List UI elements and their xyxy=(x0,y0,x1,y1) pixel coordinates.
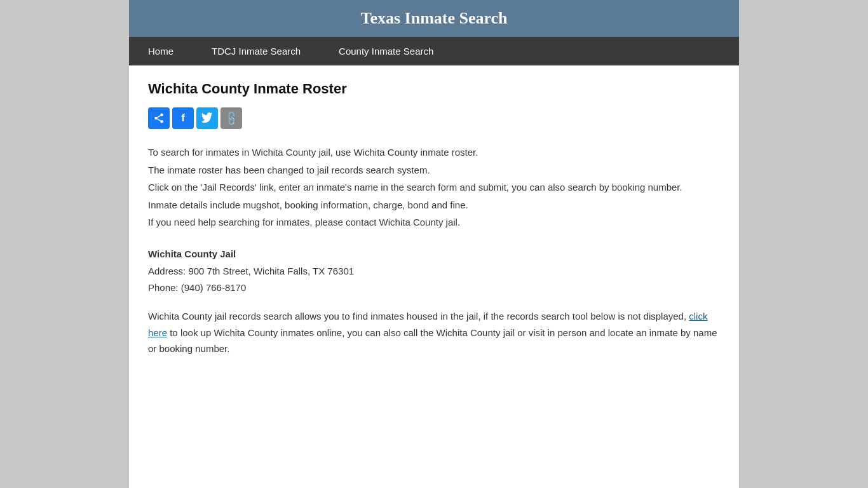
jail-name: Wichita County Jail xyxy=(148,246,720,262)
share-icon xyxy=(153,112,165,124)
jail-address: Address: 900 7th Street, Wichita Falls, … xyxy=(148,263,720,280)
address-value: 900 7th Street, Wichita Falls, TX 76301 xyxy=(188,266,354,276)
phone-value: (940) 766-8170 xyxy=(181,282,247,293)
copy-link-icon: 🔗 xyxy=(222,109,240,127)
twitter-icon xyxy=(201,112,213,124)
facebook-button[interactable]: f xyxy=(172,107,194,129)
svg-point-0 xyxy=(160,114,163,117)
jail-phone: Phone: (940) 766-8170 xyxy=(148,280,720,296)
copy-link-button[interactable]: 🔗 xyxy=(220,107,242,129)
bottom-text-section: Wichita County jail records search allow… xyxy=(148,308,720,357)
description-line-4: Inmate details include mugshot, booking … xyxy=(148,197,720,214)
description-line-5: If you need help searching for inmates, … xyxy=(148,214,720,231)
facebook-icon: f xyxy=(181,112,185,125)
jail-info-section: Wichita County Jail Address: 900 7th Str… xyxy=(148,246,720,296)
svg-line-4 xyxy=(157,116,160,118)
svg-point-1 xyxy=(154,117,158,120)
description-line-1: To search for inmates in Wichita County … xyxy=(148,144,720,161)
share-button[interactable] xyxy=(148,107,170,129)
site-header: Texas Inmate Search xyxy=(129,0,739,37)
nav-item-home[interactable]: Home xyxy=(129,37,193,65)
svg-point-2 xyxy=(160,120,163,123)
social-buttons: f 🔗 xyxy=(148,107,720,129)
twitter-button[interactable] xyxy=(196,107,218,129)
description-section: To search for inmates in Wichita County … xyxy=(148,144,720,231)
nav-bar: Home TDCJ Inmate Search County Inmate Se… xyxy=(129,37,739,65)
bottom-text-after-link-content: to look up Wichita County inmates online… xyxy=(148,327,717,355)
description-line-3: Click on the 'Jail Records' link, enter … xyxy=(148,179,720,196)
address-label: Address: xyxy=(148,266,188,276)
bottom-paragraph: Wichita County jail records search allow… xyxy=(148,308,720,357)
site-title: Texas Inmate Search xyxy=(142,9,726,28)
main-content: Wichita County Inmate Roster f xyxy=(129,65,739,383)
description-line-2: The inmate roster has been changed to ja… xyxy=(148,162,720,179)
phone-label: Phone: xyxy=(148,282,181,293)
nav-item-tdcj[interactable]: TDCJ Inmate Search xyxy=(193,37,320,65)
nav-item-county[interactable]: County Inmate Search xyxy=(320,37,452,65)
svg-line-3 xyxy=(157,119,160,121)
page-heading: Wichita County Inmate Roster xyxy=(148,81,720,97)
bottom-text-before-link: Wichita County jail records search allow… xyxy=(148,311,686,322)
